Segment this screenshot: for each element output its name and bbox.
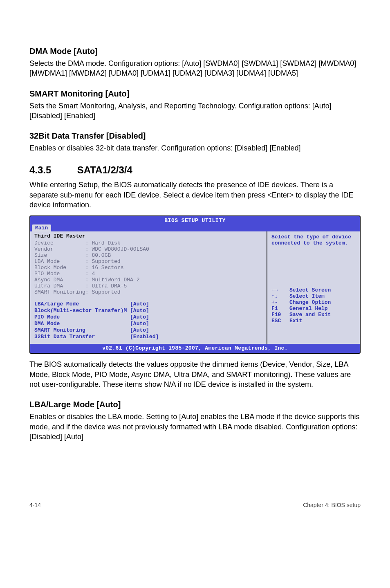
bios-nav-key: ↑↓ (271, 293, 285, 299)
bios-nav-list: ←→Select Screen↑↓Select Item+-Change Opt… (271, 287, 356, 324)
heading-title: SATA1/2/3/4 (77, 164, 132, 175)
bios-header: BIOS SETUP UTILITY (30, 216, 360, 224)
bios-help-text: Select the type of device connected to t… (271, 234, 356, 246)
paragraph-sata-intro: While entering Setup, the BIOS automatic… (29, 180, 361, 210)
paragraph-smart-monitoring: Sets the Smart Monitoring, Analysis, and… (29, 101, 361, 121)
bios-config-list: LBA/Large Mode [Auto]Block(Multi-sector … (34, 301, 262, 340)
bios-left-panel: Third IDE Master Device : Hard DiskVendo… (30, 231, 267, 344)
bios-left-title: Third IDE Master (34, 233, 262, 239)
bios-info-row: PIO Mode : 4 (34, 271, 262, 277)
bios-right-panel: Select the type of device connected to t… (267, 231, 360, 344)
bios-config-row: PIO Mode [Auto] (34, 314, 262, 320)
bios-nav-row: ESCExit (271, 318, 356, 324)
bios-tab-main: Main (32, 224, 51, 231)
bios-nav-row: ←→Select Screen (271, 287, 356, 293)
bios-info-row: Size : 80.0GB (34, 252, 262, 258)
bios-info-row: Ultra DMA : Ultra DMA-5 (34, 283, 262, 289)
bios-nav-key: F10 (271, 312, 285, 318)
heading-smart-monitoring: SMART Monitoring [Auto] (29, 89, 361, 99)
bios-copyright: v02.61 (C)Copyright 1985-2007, American … (30, 344, 360, 353)
bios-nav-text: Select Screen (289, 287, 331, 293)
bios-config-row: LBA/Large Mode [Auto] (34, 301, 262, 307)
paragraph-32bit-transfer: Enables or disables 32-bit data transfer… (29, 143, 361, 153)
heading-dma-mode: DMA Mode [Auto] (29, 47, 361, 56)
bios-nav-key: +- (271, 299, 285, 305)
paragraph-lba-large-mode: Enables or disables the LBA mode. Settin… (29, 412, 361, 442)
bios-nav-row: F1General Help (271, 305, 356, 312)
bios-config-row: 32Bit Data Transfer [Enabled] (34, 334, 262, 340)
paragraph-after-bios: The BIOS automatically detects the value… (29, 359, 361, 389)
page-chapter: Chapter 4: BIOS setup (303, 502, 361, 508)
bios-info-row: Vendor : WDC WD800JD-00LSA0 (34, 246, 262, 252)
heading-number: 4.3.5 (29, 164, 74, 176)
bios-nav-text: Change Option (289, 299, 331, 305)
bios-config-row: SMART Monitoring [Auto] (34, 327, 262, 333)
bios-info-row: LBA Mode : Supported (34, 258, 262, 265)
bios-info-row: SMART Monitoring: Supported (34, 289, 262, 295)
bios-nav-text: Save and Exit (289, 312, 331, 318)
page-footer: 4-14 Chapter 4: BIOS setup (29, 499, 361, 508)
bios-nav-row: +-Change Option (271, 299, 356, 305)
bios-info-row: Device : Hard Disk (34, 240, 262, 246)
page-number: 4-14 (29, 502, 41, 508)
bios-nav-key: ESC (271, 318, 285, 324)
bios-body: Third IDE Master Device : Hard DiskVendo… (30, 231, 360, 344)
bios-nav-row: F10Save and Exit (271, 312, 356, 318)
bios-config-row: Block(Multi-sector Transfer)M [Auto] (34, 307, 262, 314)
bios-config-row: DMA Mode [Auto] (34, 321, 262, 327)
bios-screenshot: BIOS SETUP UTILITY Main Third IDE Master… (29, 215, 361, 354)
heading-sata: 4.3.5 SATA1/2/3/4 (29, 164, 361, 176)
paragraph-dma-mode: Selects the DMA mode. Configuration opti… (29, 58, 361, 79)
bios-info-list: Device : Hard DiskVendor : WDC WD800JD-0… (34, 240, 262, 295)
bios-nav-key: ←→ (271, 287, 285, 293)
bios-info-row: Async DMA : MultiWord DMA-2 (34, 277, 262, 283)
bios-nav-row: ↑↓Select Item (271, 293, 356, 299)
bios-nav-text: Exit (289, 318, 302, 324)
bios-nav-key: F1 (271, 305, 285, 312)
heading-32bit-transfer: 32Bit Data Transfer [Disabled] (29, 131, 361, 141)
bios-nav-text: Select Item (289, 293, 325, 299)
heading-lba-large-mode: LBA/Large Mode [Auto] (29, 400, 361, 409)
bios-nav-text: General Help (289, 305, 328, 312)
bios-info-row: Block Mode : 16 Sectors (34, 265, 262, 271)
